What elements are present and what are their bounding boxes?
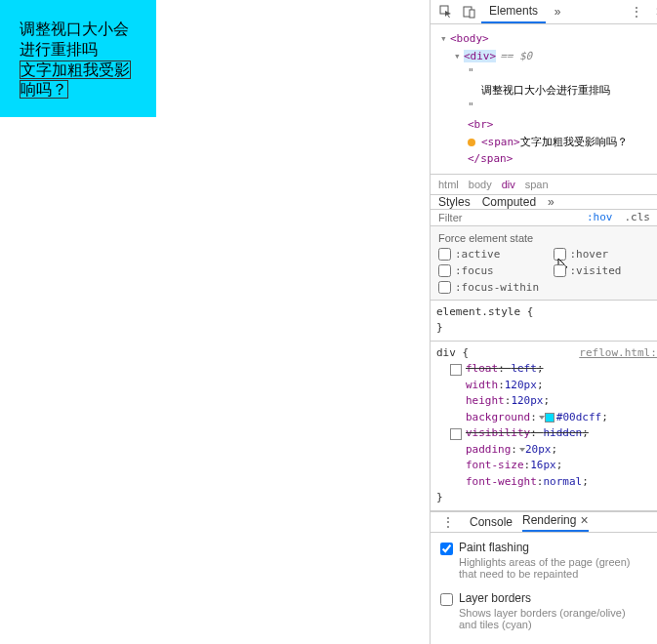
paint-flashing-desc: Highlights areas of the page (green) tha…	[459, 556, 635, 580]
bc-div[interactable]: div	[502, 179, 515, 190]
paint-flashing-title: Paint flashing	[459, 541, 635, 554]
dom-div-tag[interactable]: <div>	[464, 50, 496, 62]
cls-toggle[interactable]: .cls	[619, 211, 657, 223]
menu-icon[interactable]: ⋮	[439, 513, 457, 531]
checkbox-focus-within[interactable]	[438, 281, 451, 294]
styles-filter-input[interactable]	[431, 212, 581, 223]
source-link[interactable]: reflow.html:10	[579, 345, 657, 362]
state-hover[interactable]: :hover	[554, 248, 658, 261]
tab-console[interactable]: Console	[470, 515, 513, 529]
inspect-icon[interactable]	[437, 3, 455, 20]
tab-rendering[interactable]: Rendering ×	[522, 512, 589, 532]
state-active[interactable]: :active	[438, 248, 554, 261]
close-icon[interactable]: ✕	[651, 3, 657, 20]
decl-checkbox[interactable]	[450, 364, 462, 376]
dom-span-open[interactable]: <span>	[481, 136, 520, 148]
hov-toggle[interactable]: :hov	[581, 211, 619, 223]
devtools-toolbar: Elements » ⋮ ✕	[431, 0, 657, 24]
dom-br-tag[interactable]: <br>	[468, 118, 494, 131]
drawer-tabs: ⋮ Console Rendering × ✕	[431, 511, 657, 533]
dom-eq0: == $0	[500, 50, 532, 62]
tab-elements[interactable]: Elements	[481, 0, 546, 23]
layer-borders-title: Layer borders	[459, 591, 635, 605]
force-state-title: Force element state	[438, 232, 657, 244]
bc-body[interactable]: body	[469, 179, 492, 190]
dom-body-tag[interactable]: <body>	[450, 32, 489, 45]
styles-filter-row: :hov .cls +	[431, 210, 657, 226]
text-line2: 进行重排吗	[20, 41, 98, 58]
device-icon[interactable]	[461, 3, 478, 20]
checkbox-layer-borders[interactable]	[440, 593, 453, 606]
force-state-panel: Force element state :active :hover :focu…	[431, 226, 657, 301]
rule-element-style[interactable]: element.style { }	[431, 301, 657, 342]
bc-html[interactable]: html	[438, 179, 459, 190]
color-swatch[interactable]	[545, 413, 554, 423]
state-focus[interactable]: :focus	[438, 264, 554, 277]
tab-styles[interactable]: Styles	[438, 195, 471, 209]
checkbox-paint-flashing[interactable]	[440, 543, 453, 555]
devtools-panel: Elements » ⋮ ✕ ▾<body> ▾<div>== $0 " 调整视…	[430, 0, 657, 644]
chevron-right-icon[interactable]: »	[549, 3, 566, 20]
state-visited[interactable]: :visited	[554, 264, 658, 277]
rule-div[interactable]: reflow.html:10div { float: left; width: …	[431, 342, 657, 511]
dom-marker-icon	[468, 139, 475, 146]
test-div: 调整视口大小会 进行重排吗 文字加粗我受影 响吗？	[0, 0, 156, 117]
dom-text-node[interactable]: 调整视口大小会进行重排吗	[481, 84, 610, 97]
dom-span-text[interactable]: 文字加粗我受影响吗？	[520, 136, 628, 148]
text-line3a: 文字加粗我受影	[20, 60, 131, 79]
checkbox-visited[interactable]	[554, 264, 566, 277]
chevron-right-icon[interactable]: »	[548, 195, 554, 209]
bc-span[interactable]: span	[525, 179, 549, 190]
decl-checkbox[interactable]	[450, 428, 462, 440]
text-line3b: 响吗？	[20, 80, 68, 99]
text-line1: 调整视口大小会	[20, 20, 129, 37]
tab-computed[interactable]: Computed	[482, 195, 536, 209]
dom-tree[interactable]: ▾<body> ▾<div>== $0 " 调整视口大小会进行重排吗 " <br…	[431, 24, 657, 175]
dom-breadcrumb: html body div span	[431, 175, 657, 195]
page-viewport: 调整视口大小会 进行重排吗 文字加粗我受影 响吗？	[0, 0, 430, 644]
checkbox-active[interactable]	[438, 248, 451, 261]
svg-rect-2	[470, 10, 474, 18]
rendering-panel: Paint flashing Highlights areas of the p…	[431, 533, 657, 644]
styles-tabs: Styles Computed »	[431, 195, 657, 210]
checkbox-focus[interactable]	[438, 264, 451, 277]
dom-span-close[interactable]: </span>	[468, 152, 513, 165]
close-tab-icon[interactable]: ×	[580, 512, 588, 528]
menu-icon[interactable]: ⋮	[628, 3, 645, 20]
layer-borders-desc: Shows layer borders (orange/olive) and t…	[459, 607, 635, 630]
state-focus-within[interactable]: :focus-within	[438, 281, 554, 294]
